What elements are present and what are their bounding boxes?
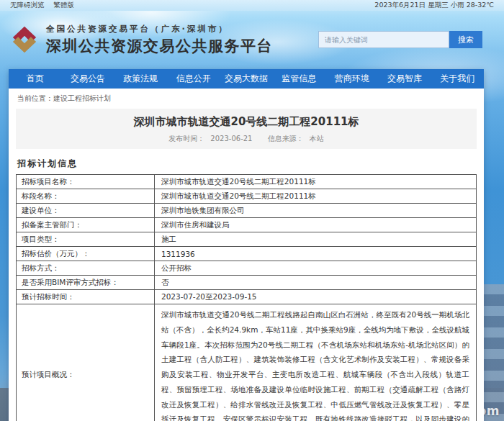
row-label: 招标方式：	[17, 261, 155, 275]
nav-item: 交易智库	[378, 69, 431, 89]
nav-link[interactable]: 关于我们	[431, 69, 484, 89]
table-row: 招标方式： 公开招标	[17, 261, 476, 275]
page-title: 深圳市城市轨道交通20号线二期工程20111标	[23, 115, 469, 129]
page: bbs.szhome.com 无障碍浏览 繁體版 2023年6月21日 星期三 …	[0, 0, 504, 421]
table-row: 是否采用BIM评审方式招标： 否	[17, 275, 476, 289]
nav-item: 关于我们	[431, 69, 484, 89]
bid-plan-table: 招标项目名称： 深圳市城市轨道交通20号线二期工程20111标 标段名称： 深圳…	[16, 174, 477, 421]
breadcrumb-label: 当前位置：	[17, 94, 53, 102]
row-value: 2023-07-20至2023-09-15	[155, 290, 476, 304]
nav-link[interactable]: 营商环境	[325, 69, 378, 89]
row-label: 标段名称：	[17, 189, 155, 203]
table-row: 拟备案主管部门： 深圳市住房和建设局	[17, 217, 476, 232]
row-label: 是否采用BIM评审方式招标：	[17, 276, 155, 289]
nav-item: 交易公告	[61, 69, 114, 89]
source-value: 本站	[310, 135, 324, 142]
platform-logo-icon	[9, 24, 40, 55]
utility-bar: 无障碍浏览 繁體版 2023年6月21日 星期三 小雨 28-32℃	[0, 0, 504, 11]
row-value: 深圳市城市轨道交通20号线二期工程线路起自南山区白石洲站，终至既有20号线一期机…	[155, 304, 476, 421]
table-row: 预计项目概况： 深圳市城市轨道交通20号线二期工程线路起自南山区白石洲站，终至既…	[17, 304, 476, 421]
article-meta: 发布时间：2023-06-21 信息来源：本站	[23, 134, 469, 144]
nav-item: 营商环境	[325, 69, 378, 89]
row-label: 项目类型：	[17, 232, 155, 246]
nav-link[interactable]: 首页	[9, 69, 61, 89]
date-weather-text: 2023年6月21日 星期三 小雨 28-32℃	[374, 1, 494, 10]
nav-item: 信息公开	[167, 69, 220, 89]
article-title-block: 深圳市城市轨道交通20号线二期工程20111标 发布时间：2023-06-21 …	[16, 109, 477, 149]
row-label: 招标项目名称：	[17, 175, 155, 189]
platform-name-small: 全国公共资源交易平台（广东·深圳市）	[46, 24, 273, 35]
accessibility-link[interactable]: 无障碍浏览	[10, 1, 45, 9]
row-label: 建设单位：	[17, 204, 155, 217]
search-button[interactable]: 搜索	[449, 31, 482, 48]
breadcrumb-current[interactable]: 建设工程招标计划	[53, 94, 111, 102]
nav-item: 政策法规	[114, 69, 167, 89]
nav-item: 首页	[9, 69, 61, 89]
nav-link[interactable]: 交易大数据	[220, 69, 272, 89]
nav-link[interactable]: 交易智库	[378, 69, 431, 89]
city-skyline-right-edge	[482, 284, 504, 421]
row-value: 施工	[155, 232, 476, 246]
nav-item: 监管信息	[273, 69, 325, 89]
table-row: 项目类型： 施工	[17, 232, 476, 246]
site-brand: 全国公共资源交易平台（广东·深圳市） 深圳公共资源交易公共服务平台	[9, 24, 273, 56]
search-input[interactable]	[318, 31, 449, 48]
table-row: 标段名称： 深圳市城市轨道交通20号线二期工程20111标	[17, 189, 476, 203]
nav-link[interactable]: 交易公告	[61, 69, 114, 89]
nav-link[interactable]: 政策法规	[114, 69, 167, 89]
row-label: 预计招标时间：	[17, 290, 155, 304]
main-nav: 首页交易公告政策法规信息公开交易大数据监管信息营商环境交易智库关于我们	[9, 69, 484, 89]
row-value: 深圳市城市轨道交通20号线二期工程20111标	[155, 189, 476, 203]
row-value: 1311936	[155, 247, 476, 261]
row-value: 公开招标	[155, 261, 476, 275]
table-row: 招标项目名称： 深圳市城市轨道交通20号线二期工程20111标	[17, 175, 476, 189]
source-label: 信息来源：	[268, 135, 304, 142]
nav-link[interactable]: 信息公开	[167, 69, 220, 89]
content-panel: 首页交易公告政策法规信息公开交易大数据监管信息营商环境交易智库关于我们 当前位置…	[9, 69, 484, 421]
row-value: 深圳市地铁集团有限公司	[155, 204, 476, 217]
publish-date: 2023-06-21	[210, 135, 252, 142]
nav-item: 交易大数据	[220, 69, 272, 89]
row-label: 拟备案主管部门：	[17, 218, 155, 232]
search-bar: 搜索	[318, 31, 482, 48]
row-value: 深圳市城市轨道交通20号线二期工程20111标	[155, 175, 476, 189]
table-row: 建设单位： 深圳市地铁集团有限公司	[17, 203, 476, 217]
publish-date-label: 发布时间：	[168, 135, 204, 142]
nav-link[interactable]: 监管信息	[273, 69, 325, 89]
row-label: 招标估价（万元）：	[17, 247, 155, 261]
table-row: 招标估价（万元）： 1311936	[17, 246, 476, 261]
row-value: 否	[155, 276, 476, 289]
site-header: 全国公共资源交易平台（广东·深圳市） 深圳公共资源交易公共服务平台 搜索	[0, 11, 504, 68]
row-label: 预计项目概况：	[17, 304, 155, 421]
breadcrumb: 当前位置：建设工程招标计划	[9, 89, 484, 107]
row-value: 深圳市住房和建设局	[155, 218, 476, 232]
platform-name-large: 深圳公共资源交易公共服务平台	[46, 36, 273, 56]
traditional-chinese-link[interactable]: 繁體版	[54, 1, 75, 9]
table-row: 预计招标时间： 2023-07-20至2023-09-15	[17, 289, 476, 304]
section-title: 招标计划信息	[17, 158, 475, 170]
